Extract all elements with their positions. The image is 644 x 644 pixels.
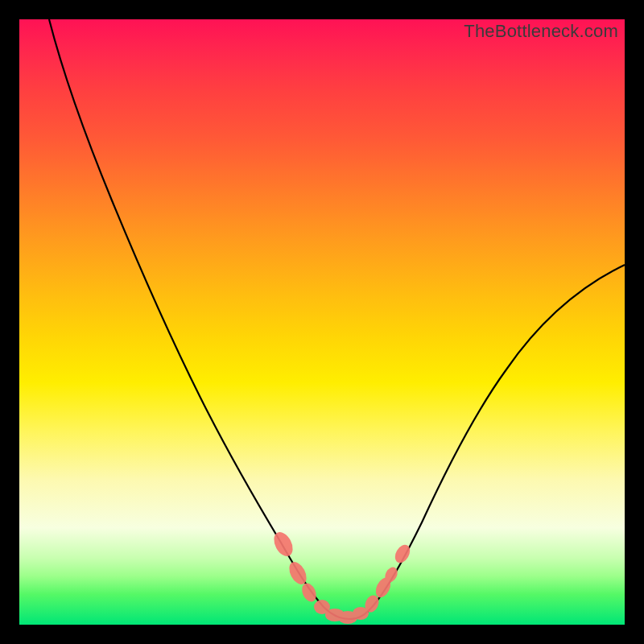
svg-point-0 xyxy=(270,529,297,559)
chart-frame: TheBottleneck.com xyxy=(0,0,644,644)
trough-highlight xyxy=(270,529,413,624)
svg-point-2 xyxy=(299,581,319,604)
plot-area: TheBottleneck.com xyxy=(19,19,625,625)
curve-main xyxy=(49,19,625,619)
chart-svg xyxy=(19,19,625,625)
